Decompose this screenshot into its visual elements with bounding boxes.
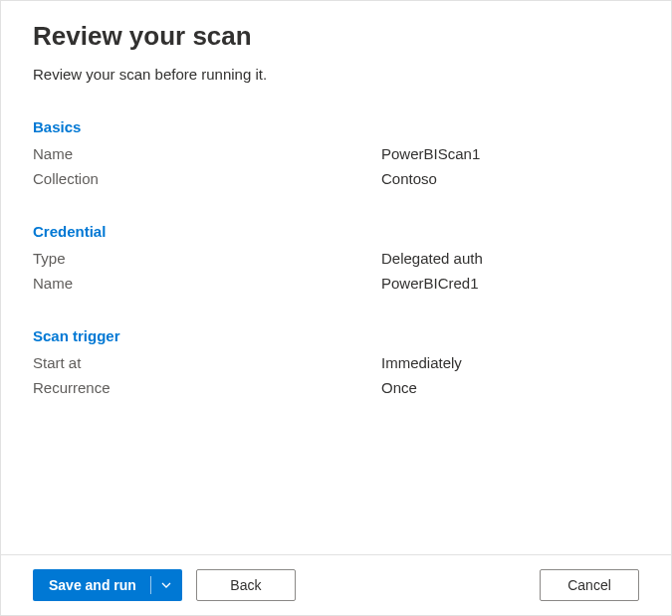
section-credential: Credential Type Delegated auth Name Powe…	[33, 223, 639, 292]
section-basics: Basics Name PowerBIScan1 Collection Cont…	[33, 118, 639, 187]
section-scan-trigger-header: Scan trigger	[33, 327, 639, 344]
field-row: Start at Immediately	[33, 354, 639, 371]
section-scan-trigger: Scan trigger Start at Immediately Recurr…	[33, 327, 639, 396]
save-and-run-button[interactable]: Save and run	[33, 569, 150, 601]
field-label-start-at: Start at	[33, 354, 381, 371]
save-and-run-split-button: Save and run	[33, 569, 182, 601]
field-value-recurrence: Once	[381, 379, 417, 396]
field-value-credential-name: PowerBICred1	[381, 275, 479, 292]
chevron-down-icon	[160, 579, 172, 591]
page-title: Review your scan	[33, 21, 639, 52]
review-panel-content: Review your scan Review your scan before…	[1, 1, 671, 554]
field-value-collection: Contoso	[381, 170, 437, 187]
field-label-recurrence: Recurrence	[33, 379, 381, 396]
footer: Save and run Back Cancel	[1, 554, 671, 615]
field-row: Type Delegated auth	[33, 250, 639, 267]
back-button[interactable]: Back	[196, 569, 296, 601]
field-row: Recurrence Once	[33, 379, 639, 396]
field-row: Name PowerBICred1	[33, 275, 639, 292]
save-and-run-menu-button[interactable]	[150, 569, 182, 601]
field-label-credential-name: Name	[33, 275, 381, 292]
cancel-button[interactable]: Cancel	[540, 569, 639, 601]
field-label-name: Name	[33, 145, 381, 162]
section-credential-header: Credential	[33, 223, 639, 240]
field-row: Collection Contoso	[33, 170, 639, 187]
field-value-type: Delegated auth	[381, 250, 483, 267]
field-row: Name PowerBIScan1	[33, 145, 639, 162]
field-value-start-at: Immediately	[381, 354, 462, 371]
page-description: Review your scan before running it.	[33, 66, 639, 83]
section-basics-header: Basics	[33, 118, 639, 135]
field-label-type: Type	[33, 250, 381, 267]
field-label-collection: Collection	[33, 170, 381, 187]
field-value-name: PowerBIScan1	[381, 145, 480, 162]
